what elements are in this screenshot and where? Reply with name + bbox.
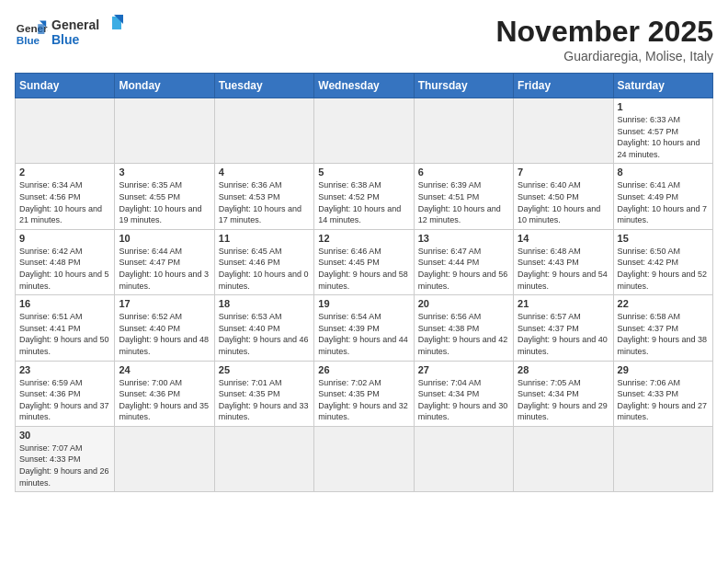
- svg-marker-2: [38, 25, 44, 35]
- day-number: 21: [518, 298, 609, 309]
- calendar-week-4: 16Sunrise: 6:51 AM Sunset: 4:41 PM Dayli…: [16, 295, 713, 361]
- day-info: Sunrise: 6:51 AM Sunset: 4:41 PM Dayligh…: [19, 311, 110, 357]
- calendar-day: 4Sunrise: 6:36 AM Sunset: 4:53 PM Daylig…: [214, 164, 313, 229]
- calendar-table: SundayMondayTuesdayWednesdayThursdayFrid…: [15, 73, 713, 492]
- calendar-day: 10Sunrise: 6:44 AM Sunset: 4:47 PM Dayli…: [115, 229, 214, 294]
- day-number: 5: [318, 167, 409, 178]
- day-info: Sunrise: 7:02 AM Sunset: 4:35 PM Dayligh…: [318, 377, 409, 423]
- day-info: Sunrise: 6:53 AM Sunset: 4:40 PM Dayligh…: [219, 311, 310, 357]
- day-info: Sunrise: 6:52 AM Sunset: 4:40 PM Dayligh…: [119, 311, 210, 357]
- day-number: 17: [119, 298, 210, 309]
- day-number: 7: [518, 167, 609, 178]
- calendar-subtitle: Guardiaregia, Molise, Italy: [495, 49, 713, 63]
- day-number: 16: [19, 298, 110, 309]
- calendar-day: 28Sunrise: 7:05 AM Sunset: 4:34 PM Dayli…: [514, 361, 613, 426]
- calendar-day: 17Sunrise: 6:52 AM Sunset: 4:40 PM Dayli…: [115, 295, 214, 361]
- day-number: 25: [219, 364, 310, 375]
- day-number: 29: [618, 364, 709, 375]
- day-info: Sunrise: 7:06 AM Sunset: 4:33 PM Dayligh…: [618, 377, 709, 423]
- day-info: Sunrise: 6:54 AM Sunset: 4:39 PM Dayligh…: [318, 311, 409, 357]
- calendar-title: November 2025: [495, 15, 713, 49]
- calendar-day: 20Sunrise: 6:56 AM Sunset: 4:38 PM Dayli…: [414, 295, 513, 361]
- day-info: Sunrise: 6:48 AM Sunset: 4:43 PM Dayligh…: [518, 246, 609, 292]
- day-header-sunday: Sunday: [16, 74, 115, 98]
- day-number: 27: [418, 364, 509, 375]
- day-header-wednesday: Wednesday: [314, 74, 414, 98]
- calendar-day: 25Sunrise: 7:01 AM Sunset: 4:35 PM Dayli…: [214, 361, 313, 426]
- day-number: 20: [418, 298, 509, 309]
- day-number: 28: [518, 364, 609, 375]
- day-info: Sunrise: 6:40 AM Sunset: 4:50 PM Dayligh…: [518, 179, 609, 225]
- day-number: 8: [618, 167, 709, 178]
- day-header-saturday: Saturday: [613, 74, 712, 98]
- calendar-day: [115, 426, 214, 491]
- day-number: 24: [119, 364, 210, 375]
- day-info: Sunrise: 6:45 AM Sunset: 4:46 PM Dayligh…: [219, 246, 310, 292]
- logo-text: General Blue: [51, 15, 125, 54]
- day-info: Sunrise: 6:46 AM Sunset: 4:45 PM Dayligh…: [318, 246, 409, 292]
- calendar-day: [115, 98, 214, 164]
- day-number: 22: [618, 298, 709, 309]
- day-info: Sunrise: 6:57 AM Sunset: 4:37 PM Dayligh…: [518, 311, 609, 357]
- day-number: 13: [418, 233, 509, 244]
- day-number: 19: [318, 298, 409, 309]
- calendar-week-3: 9Sunrise: 6:42 AM Sunset: 4:48 PM Daylig…: [16, 229, 713, 294]
- day-info: Sunrise: 6:59 AM Sunset: 4:36 PM Dayligh…: [19, 377, 110, 423]
- calendar-day: 1Sunrise: 6:33 AM Sunset: 4:57 PM Daylig…: [613, 98, 712, 164]
- calendar-day: 22Sunrise: 6:58 AM Sunset: 4:37 PM Dayli…: [613, 295, 712, 361]
- day-number: 23: [19, 364, 110, 375]
- calendar-day: 30Sunrise: 7:07 AM Sunset: 4:33 PM Dayli…: [16, 426, 115, 491]
- calendar-day: 3Sunrise: 6:35 AM Sunset: 4:55 PM Daylig…: [115, 164, 214, 229]
- day-number: 4: [219, 167, 310, 178]
- day-number: 9: [19, 233, 110, 244]
- day-info: Sunrise: 7:07 AM Sunset: 4:33 PM Dayligh…: [19, 442, 110, 488]
- header-row: SundayMondayTuesdayWednesdayThursdayFrid…: [16, 74, 713, 98]
- day-info: Sunrise: 6:39 AM Sunset: 4:51 PM Dayligh…: [418, 179, 509, 225]
- day-info: Sunrise: 6:41 AM Sunset: 4:49 PM Dayligh…: [618, 179, 709, 225]
- calendar-day: 9Sunrise: 6:42 AM Sunset: 4:48 PM Daylig…: [16, 229, 115, 294]
- calendar-day: 16Sunrise: 6:51 AM Sunset: 4:41 PM Dayli…: [16, 295, 115, 361]
- day-number: 6: [418, 167, 509, 178]
- day-info: Sunrise: 6:47 AM Sunset: 4:44 PM Dayligh…: [418, 246, 509, 292]
- day-number: 26: [318, 364, 409, 375]
- day-info: Sunrise: 7:00 AM Sunset: 4:36 PM Dayligh…: [119, 377, 210, 423]
- calendar-day: 15Sunrise: 6:50 AM Sunset: 4:42 PM Dayli…: [613, 229, 712, 294]
- calendar-day: 23Sunrise: 6:59 AM Sunset: 4:36 PM Dayli…: [16, 361, 115, 426]
- day-info: Sunrise: 6:36 AM Sunset: 4:53 PM Dayligh…: [219, 179, 310, 225]
- day-number: 18: [219, 298, 310, 309]
- calendar-day: 11Sunrise: 6:45 AM Sunset: 4:46 PM Dayli…: [214, 229, 313, 294]
- svg-text:General: General: [51, 17, 99, 32]
- logo: General Blue General Blue: [15, 15, 125, 54]
- calendar-day: 14Sunrise: 6:48 AM Sunset: 4:43 PM Dayli…: [514, 229, 613, 294]
- calendar-day: [414, 98, 513, 164]
- calendar-day: 13Sunrise: 6:47 AM Sunset: 4:44 PM Dayli…: [414, 229, 513, 294]
- title-area: November 2025 Guardiaregia, Molise, Ital…: [495, 15, 713, 63]
- day-number: 1: [618, 101, 709, 112]
- header: General Blue General Blue November 2025 …: [15, 15, 713, 63]
- day-info: Sunrise: 6:42 AM Sunset: 4:48 PM Dayligh…: [19, 246, 110, 292]
- svg-text:Blue: Blue: [51, 32, 80, 47]
- calendar-day: [16, 98, 115, 164]
- calendar-day: 8Sunrise: 6:41 AM Sunset: 4:49 PM Daylig…: [613, 164, 712, 229]
- calendar-day: 7Sunrise: 6:40 AM Sunset: 4:50 PM Daylig…: [514, 164, 613, 229]
- calendar-week-1: 1Sunrise: 6:33 AM Sunset: 4:57 PM Daylig…: [16, 98, 713, 164]
- day-header-monday: Monday: [115, 74, 214, 98]
- calendar-day: 5Sunrise: 6:38 AM Sunset: 4:52 PM Daylig…: [314, 164, 414, 229]
- logo-icon: General Blue: [15, 17, 48, 51]
- day-number: 14: [518, 233, 609, 244]
- calendar-day: [214, 98, 313, 164]
- calendar-day: [613, 426, 712, 491]
- day-number: 15: [618, 233, 709, 244]
- day-number: 30: [19, 430, 110, 441]
- calendar-week-2: 2Sunrise: 6:34 AM Sunset: 4:56 PM Daylig…: [16, 164, 713, 229]
- day-info: Sunrise: 6:35 AM Sunset: 4:55 PM Dayligh…: [119, 179, 210, 225]
- calendar-day: [514, 98, 613, 164]
- day-header-tuesday: Tuesday: [214, 74, 313, 98]
- calendar-day: 29Sunrise: 7:06 AM Sunset: 4:33 PM Dayli…: [613, 361, 712, 426]
- day-info: Sunrise: 6:56 AM Sunset: 4:38 PM Dayligh…: [418, 311, 509, 357]
- calendar-day: 26Sunrise: 7:02 AM Sunset: 4:35 PM Dayli…: [314, 361, 414, 426]
- day-number: 10: [119, 233, 210, 244]
- day-number: 11: [219, 233, 310, 244]
- calendar-week-6: 30Sunrise: 7:07 AM Sunset: 4:33 PM Dayli…: [16, 426, 713, 491]
- calendar-day: 2Sunrise: 6:34 AM Sunset: 4:56 PM Daylig…: [16, 164, 115, 229]
